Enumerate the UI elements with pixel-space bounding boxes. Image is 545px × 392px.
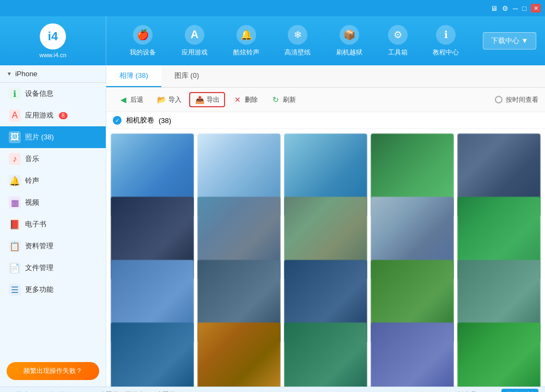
header: i4 www.i4.cn 🍎 我的设备 A 应用游戏 🔔 酷炫铃声 ❄ 高清壁纸… (0, 16, 545, 65)
back-button[interactable]: ◀ 后退 (113, 92, 149, 107)
nav-label-app-game: 应用游戏 (181, 48, 208, 57)
bell-icon: 🔔 (237, 25, 256, 45)
radio-circle (495, 96, 502, 103)
sidebar-label-app-game: 应用游戏 (25, 111, 53, 120)
list-item[interactable] (284, 322, 367, 387)
sidebar-item-file-mgmt[interactable]: 📄 文件管理 (0, 257, 106, 279)
nav-item-ringtone[interactable]: 🔔 酷炫铃声 (227, 21, 266, 62)
sidebar-item-more[interactable]: ☰ 更多功能 (0, 279, 106, 301)
sidebar-label-music: 音乐 (25, 154, 39, 164)
sidebar-label-more: 更多功能 (25, 285, 53, 295)
list-item[interactable] (197, 322, 281, 387)
nav-item-jailbreak[interactable]: 📦 刷机越狱 (330, 21, 369, 62)
data-icon: 📋 (9, 240, 21, 252)
nav-item-app-game[interactable]: A 应用游戏 (175, 21, 214, 62)
statusbar: 阻止iTunes自动运行 38 张照片，已选中 38 张照片 39.02 MB。… (0, 387, 545, 392)
monitor-icon: 🖥 (491, 4, 498, 13)
sidebar-label-photos: 照片 (38) (25, 132, 54, 142)
sidebar-label-ebook: 电子书 (25, 219, 46, 229)
main: ▼ iPhone ℹ 设备信息 A 应用游戏 8 🖼 照片 (38) ♪ 音乐 … (0, 65, 545, 387)
list-item[interactable] (371, 322, 454, 387)
import-label: 导入 (168, 95, 181, 105)
tab-bar: 相簿 (38) 图库 (0) (106, 65, 545, 88)
nav-label-ringtone: 酷炫铃声 (233, 48, 259, 57)
sidebar-bottom: 频繁出现操作失败？ (0, 356, 106, 387)
logo-site: www.i4.cn (39, 52, 66, 58)
sidebar-label-file-mgmt: 文件管理 (25, 263, 53, 273)
nav-label-my-device: 我的设备 (130, 48, 156, 57)
nav-label-tutorial: 教程中心 (433, 48, 459, 57)
sort-radio[interactable]: 按时间查看 (495, 95, 538, 105)
sidebar-item-device-info[interactable]: ℹ 设备信息 (0, 83, 106, 105)
content-area: 相簿 (38) 图库 (0) ◀ 后退 📂 导入 📤 导出 ✕ 删除 ↻ (106, 65, 545, 387)
photo-icon: 🖼 (9, 131, 21, 143)
tab-gallery[interactable]: 图库 (0) (161, 65, 213, 87)
refresh-button[interactable]: ↻ 刷新 (265, 92, 301, 107)
info-icon: ℹ (436, 25, 456, 45)
sidebar-label-device-info: 设备信息 (25, 89, 53, 99)
freq-fail-button[interactable]: 频繁出现操作失败？ (7, 362, 99, 380)
sidebar-item-music[interactable]: ♪ 音乐 (0, 148, 106, 170)
tab-album[interactable]: 相簿 (38) (106, 65, 161, 87)
nav-label-jailbreak: 刷机越狱 (336, 48, 362, 57)
export-label: 导出 (207, 95, 220, 105)
close-icon[interactable]: ✕ (531, 4, 541, 13)
back-label: 后退 (130, 95, 143, 105)
sidebar-item-video[interactable]: ▦ 视频 (0, 192, 106, 213)
delete-icon: ✕ (233, 95, 243, 105)
nav-item-tutorial[interactable]: ℹ 教程中心 (426, 21, 465, 62)
list-item[interactable] (457, 322, 541, 387)
check-update-button[interactable]: 检查更新 (501, 389, 538, 392)
nav-label-toolbox: 工具箱 (388, 48, 408, 57)
download-button[interactable]: 下载中心 ▼ (483, 32, 536, 50)
sidebar-item-data-mgmt[interactable]: 📋 资料管理 (0, 235, 106, 257)
info-circle-icon: ℹ (9, 88, 21, 100)
sidebar-item-ringtone[interactable]: 🔔 铃声 (0, 170, 106, 192)
restore-icon[interactable]: □ (522, 4, 526, 13)
device-header: ▼ iPhone (0, 65, 106, 83)
nav-item-my-device[interactable]: 🍎 我的设备 (123, 21, 162, 62)
sidebar-item-app-game[interactable]: A 应用游戏 8 (0, 105, 106, 126)
music-icon: ♪ (9, 153, 21, 165)
wrench-icon: ⚙ (388, 25, 408, 45)
sidebar-label-video: 视频 (25, 198, 39, 207)
apple-icon: 🍎 (133, 25, 153, 45)
sidebar: ▼ iPhone ℹ 设备信息 A 应用游戏 8 🖼 照片 (38) ♪ 音乐 … (0, 65, 106, 387)
delete-button[interactable]: ✕ 删除 (227, 92, 263, 107)
app-icon: A (185, 25, 204, 45)
sidebar-item-photos[interactable]: 🖼 照片 (38) (0, 126, 106, 148)
snowflake-icon: ❄ (288, 25, 307, 45)
list-item[interactable] (111, 322, 194, 387)
more-icon: ☰ (9, 284, 21, 296)
video-icon: ▦ (9, 197, 21, 209)
album-count: (38) (159, 117, 171, 125)
file-icon: 📄 (9, 262, 21, 274)
minimize-icon[interactable]: ─ (513, 4, 518, 13)
refresh-label: 刷新 (283, 95, 296, 105)
album-header: ✓ 相机胶卷 (38) (106, 112, 545, 129)
logo-symbol: i4 (48, 29, 58, 44)
logo-circle: i4 (40, 23, 66, 50)
check-icon: ✓ (113, 116, 122, 125)
gear-icon: ⚙ (502, 4, 508, 13)
album-name: 相机胶卷 (126, 115, 154, 125)
device-name: iPhone (15, 70, 37, 78)
sidebar-item-ebook[interactable]: 📕 电子书 (0, 213, 106, 235)
titlebar: 🖥 ⚙ ─ □ ✕ (0, 0, 545, 16)
nav-item-toolbox[interactable]: ⚙ 工具箱 (382, 21, 414, 62)
nav-item-wallpaper[interactable]: ❄ 高清壁纸 (278, 21, 317, 62)
bell-sidebar-icon: 🔔 (9, 175, 21, 187)
book-icon: 📕 (9, 218, 21, 230)
sidebar-label-ringtone: 铃声 (25, 176, 39, 186)
sidebar-label-data-mgmt: 资料管理 (25, 241, 53, 251)
delete-label: 删除 (245, 95, 258, 105)
export-button[interactable]: 📤 导出 (189, 92, 225, 107)
sort-label: 按时间查看 (506, 95, 538, 105)
app-circle-icon: A (9, 109, 21, 121)
photo-grid (106, 129, 545, 387)
import-button[interactable]: 📂 导入 (151, 92, 187, 107)
box-icon: 📦 (340, 25, 359, 45)
app-badge: 8 (59, 112, 68, 119)
refresh-icon: ↻ (271, 95, 281, 105)
toolbar: ◀ 后退 📂 导入 📤 导出 ✕ 删除 ↻ 刷新 按时间查看 (106, 88, 545, 112)
